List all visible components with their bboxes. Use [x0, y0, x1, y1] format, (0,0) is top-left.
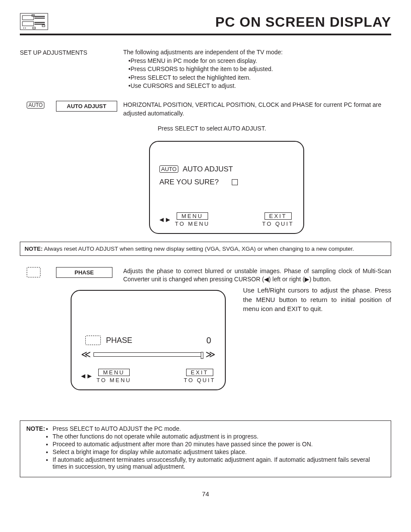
note-box-1: NOTE: Always reset AUTO ADJUST when sett…: [20, 242, 391, 256]
svg-rect-5: [22, 22, 34, 26]
note2-i5: If automatic adjustment terminates unsuc…: [53, 456, 385, 470]
setup-b2: •Press CURSORS to highlight the item to …: [123, 65, 283, 74]
auto-osd-title: AUTO ADJUST: [183, 165, 233, 174]
to-quit-label-2: TO QUIT: [184, 377, 215, 383]
auto-row: AUTO AUTO ADJUST HORIZONTAL POSITION, VE…: [20, 101, 391, 118]
to-menu-label-2: TO MENU: [97, 377, 131, 383]
setup-b1: •Press MENU in PC mode for on screen dis…: [123, 57, 283, 65]
menu-label: MENU: [177, 212, 208, 220]
auto-osd-chip-icon: AUTO: [159, 165, 178, 173]
auto-chip-icon: AUTO: [27, 102, 44, 109]
setup-intro: The following adjustments are independen…: [123, 48, 283, 57]
manual-logo-icon: [20, 13, 48, 30]
auto-desc: HORIZONTAL POSITION, VERTICAL POSITION, …: [123, 101, 391, 118]
right-arrow-icon-2: ▶: [87, 373, 93, 379]
phase-desc: Adjusts the phase to correct blurred or …: [123, 267, 391, 284]
phase-rhs-text: Use Left/Right cursors to adjust the pha…: [243, 284, 391, 314]
phase-icon: [27, 267, 40, 277]
phase-label: PHASE: [56, 267, 112, 278]
auto-press: Press SELECT to select AUTO ADJUST.: [158, 124, 391, 133]
setup-heading: SET UP ADJUSTMENTS: [20, 48, 123, 56]
svg-rect-8: [42, 25, 45, 27]
left-arrow-icon-2: ◀: [81, 373, 87, 379]
page-title: PC ON SCREEN DISPLAY: [57, 14, 391, 30]
note2-i3: Proceed to automatic adjustment after mo…: [53, 441, 385, 448]
svg-rect-11: [33, 27, 35, 29]
phase-osd-panel: PHASE 0 ≪ ≫ ◀ ▶ MENU TO MENU: [71, 290, 226, 390]
auto-osd-confirm: ARE YOU SURE?: [159, 178, 219, 187]
setup-text: The following adjustments are independen…: [123, 48, 283, 90]
auto-adjust-label: AUTO ADJUST: [56, 101, 117, 112]
note2-i1: Press SELECT to AUTO ADJUST the PC mode.: [53, 425, 385, 432]
phase-osd-label: PHASE: [106, 336, 132, 345]
auto-osd-panel: AUTO AUTO ADJUST ARE YOU SURE? ◀ ▶ MENU …: [149, 141, 304, 234]
phase-osd-icon: [85, 336, 101, 345]
exit-label: EXIT: [265, 212, 292, 220]
setup-b3: •Press SELECT to select the highlighted …: [123, 74, 283, 82]
note2-i2: The other functions do not operate while…: [53, 433, 385, 440]
note1-tag: NOTE:: [25, 246, 43, 252]
slider-bar: [93, 352, 203, 357]
note2-i4: Select a bright image for display while …: [53, 448, 385, 455]
slider-right-icon: ≫: [206, 349, 215, 360]
note1-text: Always reset AUTO ADJUST when setting ne…: [43, 246, 354, 252]
to-quit-label: TO QUIT: [262, 221, 294, 227]
svg-point-10: [25, 28, 26, 28]
confirm-checkbox-icon: [232, 179, 238, 185]
right-arrow-icon: ▶: [166, 216, 171, 223]
slider-left-icon: ≪: [81, 349, 91, 360]
exit-label-2: EXIT: [186, 369, 213, 376]
menu-label-2: MENU: [98, 369, 129, 376]
left-arrow-icon: ◀: [159, 216, 165, 223]
setup-row: SET UP ADJUSTMENTS The following adjustm…: [20, 48, 391, 90]
phase-slider: ≪ ≫: [81, 349, 215, 360]
page-number: 74: [20, 490, 391, 498]
phase-value: 0: [206, 336, 211, 345]
setup-b4: •Use CURSORS and SELECT to adjust.: [123, 82, 283, 90]
note-box-2: NOTE: Press SELECT to AUTO ADJUST the PC…: [20, 420, 391, 477]
phase-row: PHASE Adjusts the phase to correct blurr…: [20, 267, 391, 284]
title-rule: [20, 34, 391, 35]
note2-list: Press SELECT to AUTO ADJUST the PC mode.…: [47, 425, 385, 471]
note2-tag: NOTE:: [26, 425, 47, 471]
svg-point-9: [23, 28, 24, 28]
to-menu-label: TO MENU: [175, 221, 210, 227]
